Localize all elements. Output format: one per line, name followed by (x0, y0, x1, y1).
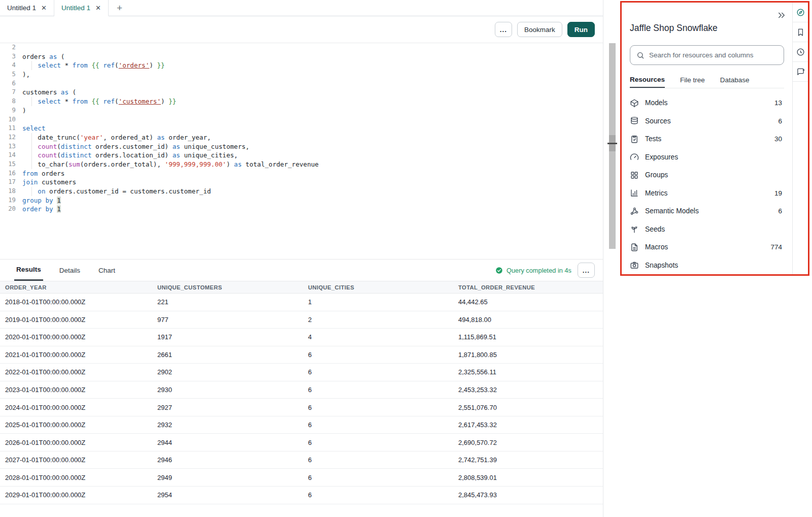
table-cell: 2028-01-01T00:00:00.000Z (0, 474, 152, 481)
table-cell: 2023-01-01T00:00:00.000Z (0, 386, 152, 394)
icon-rail (792, 3, 808, 274)
code-line-5[interactable]: 5), (0, 70, 603, 79)
line-number: 19 (0, 196, 22, 205)
resource-item-tests[interactable]: Tests30 (622, 130, 792, 148)
resource-item-semantic-models[interactable]: Semantic Models6 (622, 202, 792, 220)
clipboard-check-icon (630, 135, 639, 144)
code-line-8[interactable]: 8 select * from {{ ref('customers') }} (0, 97, 603, 106)
tab-file-tree[interactable]: File tree (680, 72, 705, 88)
code-line-9[interactable]: 9) (0, 106, 603, 115)
table-cell: 6 (303, 474, 453, 481)
close-icon[interactable]: ✕ (95, 4, 101, 12)
resource-item-snapshots[interactable]: Snapshots (622, 256, 792, 275)
search-icon (636, 51, 645, 59)
editor-tab-bar: Untitled 1 ✕ Untitled 1 ✕ + (0, 0, 603, 16)
table-cell: 977 (152, 316, 303, 324)
resource-count: 19 (774, 189, 782, 197)
bookmark-button[interactable]: Bookmark (517, 22, 562, 37)
results-more-button[interactable]: ... (578, 263, 595, 278)
table-cell: 2944 (152, 439, 303, 446)
code-line-13[interactable]: 13 count(distinct orders.customer_id) as… (0, 142, 603, 151)
column-header-order_year[interactable]: ORDER_YEAR (0, 284, 152, 290)
code-line-3[interactable]: 3orders as ( (0, 52, 603, 61)
resource-item-sources[interactable]: Sources6 (622, 112, 792, 131)
editor-scrollbar[interactable] (609, 43, 616, 249)
code-line-12[interactable]: 12 date_trunc('year', ordered_at) as ord… (0, 133, 603, 142)
panel-tab-bar: Resources File tree Database (630, 72, 787, 88)
line-number: 5 (0, 70, 22, 79)
code-line-16[interactable]: 16from orders (0, 169, 603, 178)
line-number: 14 (0, 151, 22, 160)
resource-item-metrics[interactable]: Metrics19 (622, 184, 792, 203)
code-line-4[interactable]: 4 select * from {{ ref('orders') }} (0, 61, 603, 70)
resource-item-groups[interactable]: Groups (622, 166, 792, 184)
line-number: 9 (0, 106, 22, 115)
column-header-total_order_revenue[interactable]: TOTAL_ORDER_REVENUE (453, 284, 603, 290)
resource-label: Models (645, 99, 667, 107)
new-tab-button[interactable]: + (109, 3, 130, 13)
tab-database[interactable]: Database (720, 72, 750, 88)
column-header-unique_customers[interactable]: UNIQUE_CUSTOMERS (152, 284, 303, 290)
code-line-2[interactable]: 2 (0, 43, 603, 52)
resource-item-exposures[interactable]: Exposures (622, 148, 792, 167)
code-line-17[interactable]: 17join customers (0, 178, 603, 187)
run-button[interactable]: Run (567, 22, 595, 37)
bookmark-icon[interactable] (793, 22, 808, 42)
pane-resize-handle[interactable] (607, 143, 617, 144)
line-number: 7 (0, 88, 22, 97)
table-cell: 2026-01-01T00:00:00.000Z (0, 439, 152, 446)
panel-title: Jaffle Shop Snowflake (630, 23, 718, 34)
resource-label: Snapshots (645, 262, 678, 269)
table-cell: 6 (303, 439, 453, 446)
search-box[interactable] (630, 45, 784, 65)
query-status: Query completed in 4s (495, 267, 571, 274)
table-cell: 2019-01-01T00:00:00.000Z (0, 316, 152, 324)
search-input[interactable] (649, 51, 777, 59)
table-cell: 2949 (152, 474, 303, 481)
code-line-10[interactable]: 10 (0, 115, 603, 124)
resource-item-models[interactable]: Models13 (622, 94, 792, 112)
code-text: select * from {{ ref('customers') }} (22, 97, 176, 106)
table-row: 2029-01-01T00:00:00.000Z295462,845,473.9… (0, 487, 603, 504)
code-line-6[interactable]: 6 (0, 79, 603, 88)
table-cell: 2,325,556.11 (453, 368, 603, 376)
table-cell: 6 (303, 351, 453, 359)
query-status-text: Query completed in 4s (506, 267, 571, 274)
chevrons-right-icon[interactable] (777, 11, 786, 20)
code-line-14[interactable]: 14 count(distinct orders.location_id) as… (0, 151, 603, 160)
table-cell: 2932 (152, 421, 303, 429)
compass-icon[interactable] (793, 3, 808, 22)
sql-editor[interactable]: 23orders as (4 select * from {{ ref('ord… (0, 43, 603, 256)
column-header-unique_cities[interactable]: UNIQUE_CITIES (303, 284, 453, 290)
code-line-15[interactable]: 15 to_char(sum(orders.order_total), '999… (0, 160, 603, 169)
resource-label: Sources (645, 117, 671, 125)
resource-count: 774 (770, 243, 782, 251)
message-plus-icon[interactable] (793, 62, 808, 82)
resource-label: Seeds (645, 225, 665, 233)
close-icon[interactable]: ✕ (41, 4, 47, 12)
resource-item-seeds[interactable]: Seeds (622, 220, 792, 239)
resource-item-macros[interactable]: Macros774 (622, 238, 792, 256)
history-icon[interactable] (793, 42, 808, 62)
tab-details[interactable]: Details (57, 260, 82, 281)
code-line-18[interactable]: 18 on orders.customer_id = customers.cus… (0, 187, 603, 196)
editor-tab-2[interactable]: Untitled 1 ✕ (54, 0, 109, 16)
line-number: 2 (0, 43, 22, 52)
sprout-icon (630, 224, 639, 234)
code-line-11[interactable]: 11select (0, 124, 603, 133)
line-number: 11 (0, 124, 22, 133)
code-line-19[interactable]: 19group by 1 (0, 196, 603, 205)
code-line-7[interactable]: 7customers as ( (0, 88, 603, 97)
indent-guide (31, 187, 32, 196)
more-options-button[interactable]: ... (495, 22, 512, 37)
resource-count: 13 (774, 99, 782, 107)
table-cell: 2020-01-01T00:00:00.000Z (0, 333, 152, 341)
line-number: 3 (0, 52, 22, 61)
tab-chart[interactable]: Chart (96, 260, 117, 281)
tab-resources[interactable]: Resources (630, 72, 665, 88)
editor-tab-1[interactable]: Untitled 1 ✕ (0, 0, 54, 16)
tab-results[interactable]: Results (14, 260, 43, 281)
code-line-20[interactable]: 20order by 1 (0, 205, 603, 214)
line-number: 15 (0, 160, 22, 169)
table-cell: 2027-01-01T00:00:00.000Z (0, 456, 152, 464)
